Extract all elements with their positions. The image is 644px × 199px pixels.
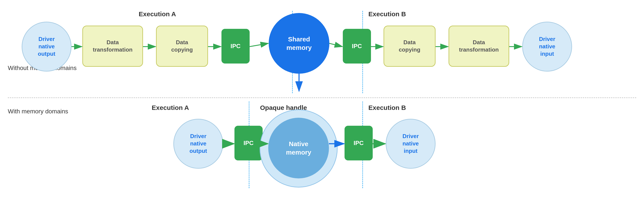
svg-line-6 — [250, 43, 268, 46]
diagram-container: Without memory domains With memory domai… — [0, 0, 644, 199]
arrows-svg — [0, 0, 644, 199]
svg-line-8 — [329, 43, 342, 46]
native-memory: Nativememory — [268, 118, 329, 178]
